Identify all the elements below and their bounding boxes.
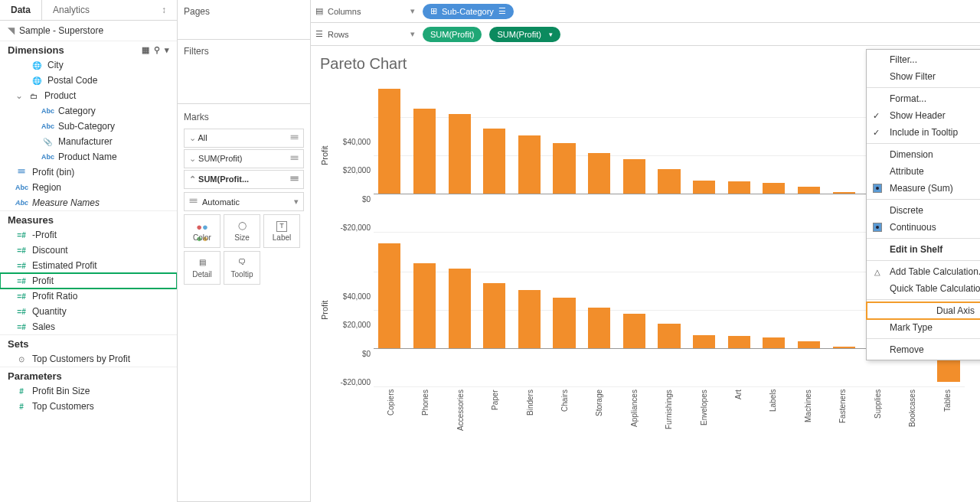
measure-item[interactable]: =#Sales (0, 319, 177, 334)
menu-mark-type[interactable]: Mark Type▶ (867, 319, 980, 336)
marktype-dropdown[interactable]: 𝍢 Automatic ▾ (184, 192, 304, 211)
dimension-item[interactable]: AbcCategory (0, 103, 177, 119)
menu-include-tooltip[interactable]: ✓Include in Tooltip (867, 124, 980, 141)
bar[interactable] (793, 79, 825, 232)
filters-shelf[interactable]: Filters (178, 40, 310, 104)
menu-attribute[interactable]: Attribute (867, 163, 980, 180)
sets-header: Sets (0, 334, 177, 351)
rows-shelf[interactable]: ☰ Rows ▾ SUM(Profit) SUM(Profit) ▾ (311, 23, 980, 46)
pill-sum-profit-2[interactable]: SUM(Profit) ▾ (489, 27, 560, 42)
bar[interactable] (618, 233, 650, 386)
sets-list: ⊙Top Customers by Profit (0, 351, 177, 367)
pill-sum-profit-1[interactable]: SUM(Profit) (423, 27, 482, 42)
number-icon: =# (15, 323, 28, 331)
bar[interactable] (583, 233, 616, 386)
bar[interactable] (443, 233, 475, 386)
bar[interactable] (723, 79, 755, 232)
x-tick: Labels (756, 386, 790, 440)
measure-item[interactable]: =#Quantity (0, 304, 177, 319)
dimension-item[interactable]: AbcRegion (0, 180, 177, 195)
tab-analytics[interactable]: Analytics ↕ (42, 0, 177, 20)
menu-dual-axis[interactable]: Dual Axis (867, 302, 980, 319)
pages-shelf[interactable]: Pages (178, 0, 310, 40)
bar[interactable] (443, 79, 475, 232)
measure-item[interactable]: =#-Profit (0, 227, 177, 243)
set-item[interactable]: ⊙Top Customers by Profit (0, 351, 177, 367)
bar[interactable] (653, 233, 685, 386)
bar[interactable] (514, 233, 546, 386)
measure-item[interactable]: =#Estimated Profit (0, 258, 177, 273)
number-icon: # (15, 403, 28, 411)
bar[interactable] (548, 79, 580, 232)
measure-item[interactable]: =#Profit (0, 273, 177, 288)
columns-shelf[interactable]: ▤ Columns ▾ ⊞ Sub-Category ☰ (311, 0, 980, 23)
bar[interactable] (793, 233, 825, 386)
bar[interactable] (618, 79, 650, 232)
dimension-item[interactable]: AbcProduct Name (0, 149, 177, 165)
marks-layer-sum1[interactable]: ⌄ SUM(Profit) 𝍢 (184, 149, 304, 168)
parameter-item[interactable]: #Profit Bin Size (0, 383, 177, 399)
bar[interactable] (409, 79, 441, 232)
menu-icon[interactable]: ▾ (165, 45, 169, 55)
measures-header: Measures (0, 210, 177, 227)
bar[interactable] (514, 79, 546, 232)
menu-continuous[interactable]: Continuous (867, 219, 980, 236)
dimension-item[interactable]: ⌄ 🗀Product (0, 88, 177, 103)
measure-item[interactable]: =#Discount (0, 243, 177, 258)
marks-layer-sum2[interactable]: ⌃ SUM(Profit... 𝍢 (184, 170, 304, 189)
tab-data[interactable]: Data (0, 0, 42, 20)
check-icon: ✓ (873, 128, 880, 138)
menu-show-filter[interactable]: Show Filter (867, 68, 980, 85)
menu-edit-in-shelf[interactable]: Edit in Shelf (867, 241, 980, 258)
parameter-item[interactable]: #Top Customers (0, 399, 177, 414)
bar[interactable] (409, 233, 441, 386)
marks-layer-all[interactable]: ⌄ All 𝍢 (184, 129, 304, 148)
mark-detail[interactable]: ▤ Detail (184, 251, 220, 285)
bar[interactable] (548, 233, 580, 386)
bar[interactable] (758, 79, 790, 232)
bar[interactable] (688, 79, 720, 232)
bar[interactable] (688, 233, 720, 386)
bar[interactable] (653, 79, 685, 232)
dimension-item[interactable]: AbcSub-Category (0, 119, 177, 134)
check-icon: ✓ (873, 111, 880, 121)
menu-discrete[interactable]: Discrete (867, 202, 980, 219)
bar[interactable] (374, 233, 406, 386)
search-icon[interactable]: ⚲ (154, 45, 160, 55)
x-tick: Paper (478, 386, 512, 440)
dimension-item[interactable]: 🌐Postal Code (0, 73, 177, 88)
datasource-row[interactable]: ◥ Sample - Superstore (0, 21, 177, 41)
marks-card: Marks ⌄ All 𝍢 ⌄ SUM(Profit) 𝍢 ⌃ SUM(Prof… (178, 104, 310, 502)
menu-show-header[interactable]: ✓Show Header (867, 107, 980, 124)
bar[interactable] (723, 233, 755, 386)
dimension-item[interactable]: 🌐City (0, 57, 177, 73)
mark-label[interactable]: T Label (263, 214, 300, 248)
menu-measure[interactable]: Measure (Sum)▶ (867, 180, 980, 197)
menu-add-table-calc[interactable]: △Add Table Calculation... (867, 263, 980, 280)
dimension-item[interactable]: 𝍢Profit (bin) (0, 165, 177, 180)
bar[interactable] (583, 79, 616, 232)
bar[interactable] (758, 233, 790, 386)
measure-item[interactable]: =#Profit Ratio (0, 288, 177, 304)
bar[interactable] (828, 79, 860, 232)
globe-icon: 🌐 (31, 61, 43, 70)
mark-size[interactable]: ◯ Size (224, 214, 260, 248)
abc-icon: Abc (15, 184, 28, 191)
menu-remove[interactable]: Remove (867, 341, 980, 358)
menu-format[interactable]: Format... (867, 90, 980, 107)
menu-quick-table-calc[interactable]: Quick Table Calculation▶ (867, 280, 980, 297)
pill-subcategory[interactable]: ⊞ Sub-Category ☰ (423, 4, 514, 19)
bar[interactable] (828, 233, 860, 386)
bar[interactable] (479, 79, 511, 232)
view-grid-icon[interactable]: ▦ (142, 45, 149, 55)
menu-filter[interactable]: Filter... (867, 51, 980, 68)
bar[interactable] (479, 233, 511, 386)
menu-dimension[interactable]: Dimension (867, 146, 980, 163)
dimension-item[interactable]: AbcMeasure Names (0, 195, 177, 210)
dimension-item[interactable]: 📎Manufacturer (0, 134, 177, 149)
abc-icon: Abc (41, 153, 54, 161)
mark-color[interactable]: ●● ●● Color (184, 214, 220, 248)
mark-tooltip[interactable]: 🗨 Tooltip (224, 251, 260, 285)
bar[interactable] (374, 79, 406, 232)
dimensions-header: Dimensions ▦ ⚲ ▾ (0, 41, 177, 57)
